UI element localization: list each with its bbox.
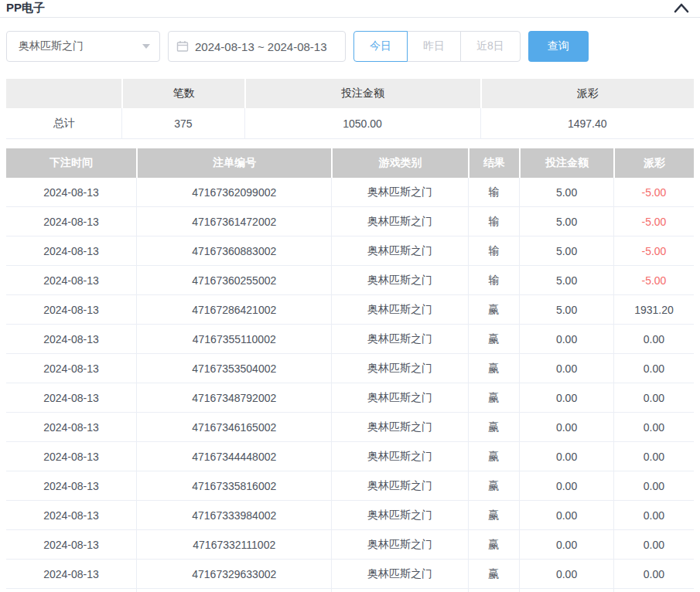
cell-game-type: 奥林匹斯之门 xyxy=(331,354,467,383)
header-payout: 派彩 xyxy=(613,148,694,178)
cell-game-type: 奥林匹斯之门 xyxy=(331,383,467,412)
collapse-button[interactable] xyxy=(672,0,691,15)
cell-bet-id: 47167344448002 xyxy=(136,442,331,471)
table-row: 2024-08-13 47167332111002 奥林匹斯之门 赢 0.00 … xyxy=(6,530,694,560)
cell-bet-time: 2024-08-13 xyxy=(6,501,136,529)
cell-game-type: 奥林匹斯之门 xyxy=(331,207,467,236)
table-row: 2024-08-13 47167335816002 奥林匹斯之门 赢 0.00 … xyxy=(6,471,694,501)
cell-bet-amount: 5.00 xyxy=(519,266,613,294)
cell-bet-id: 47167353504002 xyxy=(136,354,331,383)
cell-bet-id: 47167348792002 xyxy=(136,383,331,412)
header-bet-id: 注单编号 xyxy=(136,148,331,178)
cell-bet-time: 2024-08-13 xyxy=(6,560,136,588)
cell-game-type: 奥林匹斯之门 xyxy=(331,442,467,471)
cell-bet-amount: 0.00 xyxy=(519,530,613,559)
summary-total-row: 总计 375 1050.00 1497.40 xyxy=(6,108,694,139)
calendar-icon xyxy=(176,40,189,53)
cell-result: 输 xyxy=(468,266,520,294)
cell-bet-amount: 5.00 xyxy=(519,295,613,324)
cell-bet-amount: 0.00 xyxy=(519,471,613,500)
cell-result: 赢 xyxy=(468,560,520,588)
cell-bet-time: 2024-08-13 xyxy=(6,442,136,471)
cell-game-type: 奥林匹斯之门 xyxy=(331,236,467,265)
table-row: 2024-08-13 47167360883002 奥林匹斯之门 输 5.00 … xyxy=(6,236,694,266)
cell-game-type: 奥林匹斯之门 xyxy=(331,266,467,294)
last-8-days-button[interactable]: 近8日 xyxy=(460,31,521,62)
cell-bet-time: 2024-08-13 xyxy=(6,207,136,236)
cell-result: 赢 xyxy=(468,325,520,353)
cell-payout: 1931.20 xyxy=(613,295,694,324)
summary-total-label: 总计 xyxy=(6,108,121,138)
summary-table: 笔数 投注金额 派彩 总计 375 1050.00 1497.40 xyxy=(6,79,694,139)
game-select[interactable]: 奥林匹斯之门 xyxy=(6,31,160,62)
cell-bet-id: 47167361472002 xyxy=(136,207,331,236)
cell-payout: 0.00 xyxy=(613,501,694,529)
cell-bet-time: 2024-08-13 xyxy=(6,354,136,383)
cell-bet-amount: 0.00 xyxy=(519,383,613,412)
summary-header-empty xyxy=(6,79,121,108)
cell-bet-id: 47167333984002 xyxy=(136,501,331,529)
header-bet-amount: 投注金额 xyxy=(519,148,613,178)
date-range-value: 2024-08-13 ~ 2024-08-13 xyxy=(195,40,327,53)
cell-bet-time: 2024-08-13 xyxy=(6,325,136,353)
panel-header: PP电子 xyxy=(0,0,700,18)
cell-game-type: 奥林匹斯之门 xyxy=(331,501,467,529)
table-row: 2024-08-13 47167329633002 奥林匹斯之门 赢 0.00 … xyxy=(6,560,694,589)
cell-game-type: 奥林匹斯之门 xyxy=(331,295,467,324)
cell-bet-time: 2024-08-13 xyxy=(6,530,136,559)
table-row: 2024-08-13 47167361472002 奥林匹斯之门 输 5.00 … xyxy=(6,207,694,236)
cell-bet-time: 2024-08-13 xyxy=(6,383,136,412)
game-select-value: 奥林匹斯之门 xyxy=(19,39,84,53)
records-table-header: 下注时间 注单编号 游戏类别 结果 投注金额 派彩 xyxy=(6,148,694,178)
table-row: 2024-08-13 47167353504002 奥林匹斯之门 赢 0.00 … xyxy=(6,354,694,383)
cell-bet-amount: 0.00 xyxy=(519,413,613,441)
cell-game-type: 奥林匹斯之门 xyxy=(331,413,467,441)
today-button[interactable]: 今日 xyxy=(353,31,408,62)
cell-payout: 0.00 xyxy=(613,560,694,588)
cell-bet-amount: 0.00 xyxy=(519,442,613,471)
cell-result: 赢 xyxy=(468,471,520,500)
cell-bet-amount: 5.00 xyxy=(519,236,613,265)
summary-table-header: 笔数 投注金额 派彩 xyxy=(6,79,694,108)
cell-result: 输 xyxy=(468,178,520,206)
cell-bet-id: 47167362099002 xyxy=(136,178,331,206)
summary-header-count: 笔数 xyxy=(121,79,244,108)
cell-result: 赢 xyxy=(468,442,520,471)
cell-bet-id: 47167332111002 xyxy=(136,530,331,559)
betting-records-panel: PP电子 奥林匹斯之门 2024-08-13 ~ 2024-08-13 今日 昨… xyxy=(0,0,700,592)
cell-payout: -5.00 xyxy=(613,207,694,236)
cell-result: 输 xyxy=(468,236,520,265)
summary-header-payout: 派彩 xyxy=(480,79,694,108)
cell-bet-amount: 0.00 xyxy=(519,560,613,588)
date-range-input[interactable]: 2024-08-13 ~ 2024-08-13 xyxy=(168,31,346,62)
cell-payout: -5.00 xyxy=(613,266,694,294)
cell-game-type: 奥林匹斯之门 xyxy=(331,325,467,353)
cell-bet-id: 47167335816002 xyxy=(136,471,331,500)
cell-bet-id: 47167286421002 xyxy=(136,295,331,324)
cell-payout: 0.00 xyxy=(613,471,694,500)
cell-result: 输 xyxy=(468,207,520,236)
cell-payout: 0.00 xyxy=(613,354,694,383)
table-row: 2024-08-13 47167362099002 奥林匹斯之门 输 5.00 … xyxy=(6,178,694,207)
header-game-type: 游戏类别 xyxy=(331,148,467,178)
header-result: 结果 xyxy=(468,148,520,178)
table-row: 2024-08-13 47167355110002 奥林匹斯之门 赢 0.00 … xyxy=(6,325,694,354)
table-row: 2024-08-13 47167346165002 奥林匹斯之门 赢 0.00 … xyxy=(6,413,694,442)
cell-bet-id: 47167360883002 xyxy=(136,236,331,265)
cell-bet-time: 2024-08-13 xyxy=(6,295,136,324)
cell-result: 赢 xyxy=(468,501,520,529)
cell-payout: -5.00 xyxy=(613,236,694,265)
records-table-body: 2024-08-13 47167362099002 奥林匹斯之门 输 5.00 … xyxy=(6,178,694,589)
cell-bet-amount: 5.00 xyxy=(519,178,613,206)
cell-payout: 0.00 xyxy=(613,442,694,471)
cell-bet-amount: 5.00 xyxy=(519,207,613,236)
search-button[interactable]: 查询 xyxy=(528,31,589,62)
cell-result: 赢 xyxy=(468,530,520,559)
filter-controls: 奥林匹斯之门 2024-08-13 ~ 2024-08-13 今日 昨日 近8日… xyxy=(6,31,694,62)
yesterday-button[interactable]: 昨日 xyxy=(407,31,461,62)
cell-bet-id: 47167360255002 xyxy=(136,266,331,294)
table-row: 2024-08-13 47167344448002 奥林匹斯之门 赢 0.00 … xyxy=(6,442,694,471)
records-table: 下注时间 注单编号 游戏类别 结果 投注金额 派彩 2024-08-13 471… xyxy=(6,148,694,592)
table-row: 2024-08-13 47167360255002 奥林匹斯之门 输 5.00 … xyxy=(6,266,694,295)
cell-payout: 0.00 xyxy=(613,325,694,353)
